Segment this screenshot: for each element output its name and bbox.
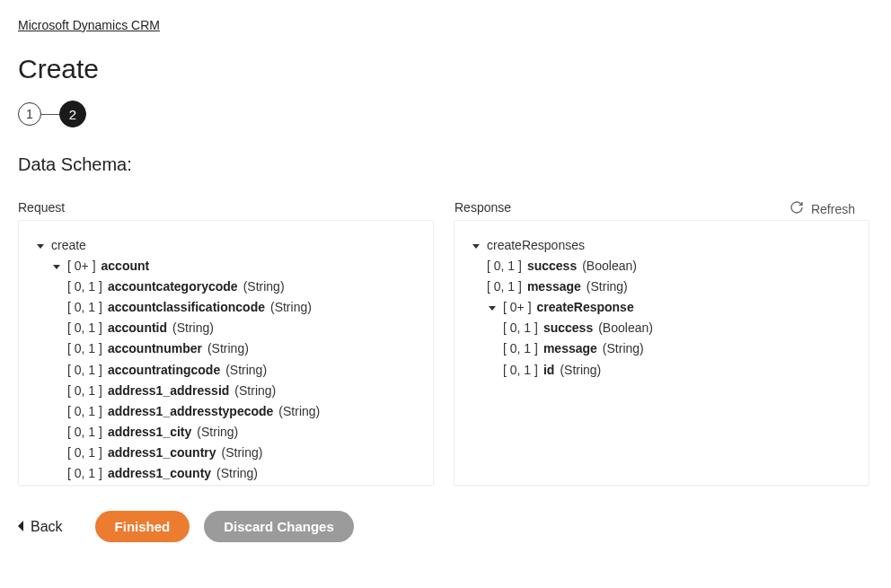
tree-node-account[interactable]: [ 0+ ] account xyxy=(35,256,417,276)
request-panel: create [ 0+ ] account [ 0, 1 ] accountca… xyxy=(18,220,434,486)
tree-label: account xyxy=(101,256,150,276)
cardinality: [ 0, 1 ] xyxy=(67,276,102,297)
field-name: accountid xyxy=(108,318,167,338)
cardinality: [ 0+ ] xyxy=(67,256,96,276)
tree-node-createresponse[interactable]: [ 0+ ] createResponse xyxy=(471,297,852,318)
tree-field[interactable]: [ 0, 1 ] accountratingcode (String) xyxy=(35,360,417,381)
field-name: success xyxy=(543,318,593,338)
tree-field[interactable]: [ 0, 1 ] address1_addressid (String) xyxy=(35,381,417,401)
tree-label: create xyxy=(51,235,86,256)
field-type: (String) xyxy=(603,338,644,359)
field-name: accountratingcode xyxy=(108,360,220,381)
field-type: (String) xyxy=(216,463,258,484)
field-name: accountnumber xyxy=(108,338,202,359)
tree-field[interactable]: [ 0, 1 ] address1_country (String) xyxy=(35,443,417,463)
back-button[interactable]: Back xyxy=(18,519,63,535)
tree-field[interactable]: [ 0, 1 ] address1_city (String) xyxy=(35,422,417,443)
field-type: (Boolean) xyxy=(598,318,653,338)
field-name: address1_addresstypecode xyxy=(108,401,273,422)
field-name: success xyxy=(527,256,577,276)
field-type: (String) xyxy=(560,360,601,381)
chevron-left-icon xyxy=(18,519,25,535)
field-type: (String) xyxy=(225,360,267,381)
step-separator xyxy=(41,114,59,115)
field-type: (String) xyxy=(234,381,276,401)
field-name: id xyxy=(543,360,554,381)
cardinality: [ 0, 1 ] xyxy=(67,401,102,422)
svg-marker-2 xyxy=(472,244,480,249)
cardinality: [ 0, 1 ] xyxy=(503,318,538,338)
field-type: (String) xyxy=(197,422,238,443)
tree-label: createResponse xyxy=(537,297,634,318)
cardinality: [ 0, 1 ] xyxy=(503,360,538,381)
chevron-down-icon xyxy=(51,262,62,271)
field-type: (String) xyxy=(587,276,628,297)
svg-marker-0 xyxy=(37,244,44,249)
cardinality: [ 0, 1 ] xyxy=(67,443,102,463)
chevron-down-icon xyxy=(471,241,481,250)
tree-field[interactable]: [ 0, 1 ] accountid (String) xyxy=(35,318,417,338)
field-type: (String) xyxy=(270,297,312,318)
section-title: Data Schema: xyxy=(18,154,873,175)
step-indicator: 1 2 xyxy=(18,101,873,127)
cardinality: [ 0, 1 ] xyxy=(487,256,522,276)
tree-field[interactable]: [ 0, 1 ] accountclassificationcode (Stri… xyxy=(35,297,417,318)
cardinality: [ 0+ ] xyxy=(503,297,532,318)
response-panel: createResponses [ 0, 1 ] success (Boolea… xyxy=(454,220,869,486)
page-title: Create xyxy=(18,54,873,84)
field-name: address1_addressid xyxy=(108,381,229,401)
field-type: (String) xyxy=(207,338,249,359)
tree-node-root[interactable]: create xyxy=(35,235,417,256)
discard-changes-button[interactable]: Discard Changes xyxy=(204,511,354,542)
tree-node-root[interactable]: createResponses xyxy=(471,235,852,256)
field-name: address1_country xyxy=(108,443,216,463)
tree-field[interactable]: [ 0, 1 ] id (String) xyxy=(471,360,852,381)
svg-marker-3 xyxy=(489,306,496,311)
field-name: accountclassificationcode xyxy=(108,297,265,318)
svg-marker-4 xyxy=(18,521,23,531)
step-2[interactable]: 2 xyxy=(59,101,86,127)
field-type: (String) xyxy=(222,443,263,463)
back-label: Back xyxy=(31,519,63,535)
refresh-icon xyxy=(790,200,804,217)
cardinality: [ 0, 1 ] xyxy=(67,360,102,381)
cardinality: [ 0, 1 ] xyxy=(67,297,102,318)
tree-field[interactable]: [ 0, 1 ] message (String) xyxy=(471,276,852,297)
request-column-label: Request xyxy=(18,200,435,215)
breadcrumb-link[interactable]: Microsoft Dynamics CRM xyxy=(18,18,160,32)
tree-field[interactable]: [ 0, 1 ] success (Boolean) xyxy=(471,256,852,276)
tree-field[interactable]: [ 0, 1 ] address1_county (String) xyxy=(35,463,417,484)
tree-field[interactable]: [ 0, 1 ] accountcategorycode (String) xyxy=(35,276,417,297)
refresh-button[interactable]: Refresh xyxy=(790,200,855,217)
cardinality: [ 0, 1 ] xyxy=(487,276,522,297)
field-name: address1_city xyxy=(108,422,191,443)
field-name: accountcategorycode xyxy=(108,276,238,297)
cardinality: [ 0, 1 ] xyxy=(67,463,102,484)
step-1[interactable]: 1 xyxy=(18,102,41,126)
refresh-label: Refresh xyxy=(811,202,855,216)
tree-field[interactable]: [ 0, 1 ] accountnumber (String) xyxy=(35,338,417,359)
field-type: (String) xyxy=(243,276,285,297)
tree-field[interactable]: [ 0, 1 ] address1_addresstypecode (Strin… xyxy=(35,401,417,422)
field-type: (Boolean) xyxy=(582,256,637,276)
cardinality: [ 0, 1 ] xyxy=(67,381,102,401)
cardinality: [ 0, 1 ] xyxy=(67,318,102,338)
finished-button[interactable]: Finished xyxy=(95,511,190,542)
tree-label: createResponses xyxy=(487,235,585,256)
field-name: message xyxy=(543,338,597,359)
field-name: address1_county xyxy=(108,463,211,484)
cardinality: [ 0, 1 ] xyxy=(67,422,102,443)
cardinality: [ 0, 1 ] xyxy=(67,338,102,359)
tree-field[interactable]: [ 0, 1 ] message (String) xyxy=(471,338,852,359)
cardinality: [ 0, 1 ] xyxy=(503,338,538,359)
tree-field[interactable]: [ 0, 1 ] success (Boolean) xyxy=(471,318,852,338)
field-type: (String) xyxy=(278,401,320,422)
field-type: (String) xyxy=(172,318,214,338)
chevron-down-icon xyxy=(487,303,498,312)
field-name: message xyxy=(527,276,581,297)
svg-marker-1 xyxy=(53,265,60,269)
chevron-down-icon xyxy=(35,241,46,250)
